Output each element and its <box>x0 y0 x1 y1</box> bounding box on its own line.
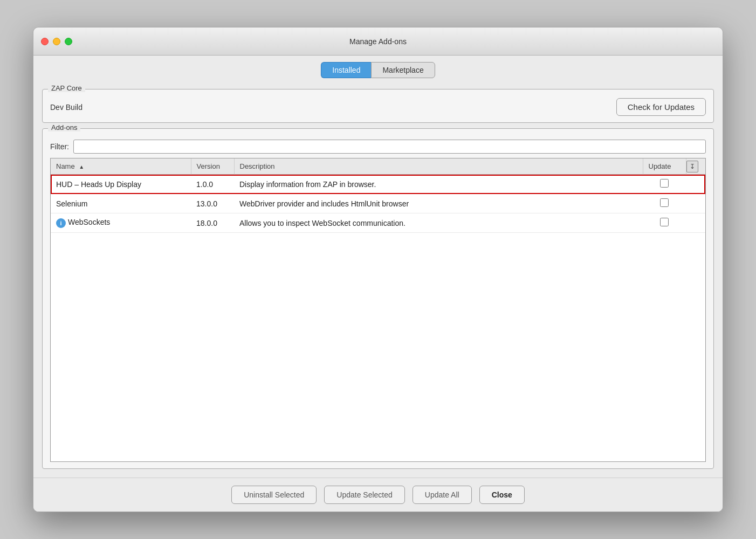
table-row[interactable]: HUD – Heads Up Display 1.0.0 Display inf… <box>51 175 705 194</box>
cell-update <box>643 194 686 213</box>
update-all-button[interactable]: Update All <box>413 486 472 504</box>
filter-input[interactable] <box>73 140 706 154</box>
col-header-update[interactable]: Update <box>643 158 686 175</box>
content-area: ZAP Core Dev Build Check for Updates Add… <box>33 85 723 478</box>
addons-label: Add-ons <box>48 123 80 132</box>
table-row[interactable]: Selenium 13.0.0 WebDriver provider and i… <box>51 194 705 213</box>
cell-name: HUD – Heads Up Display <box>51 175 191 194</box>
addons-section: Add-ons Filter: Name ▲ <box>42 128 714 469</box>
manage-addons-window: Manage Add-ons Installed Marketplace ZAP… <box>33 27 723 512</box>
update-checkbox[interactable] <box>660 179 669 188</box>
cell-update <box>643 213 686 233</box>
cell-name: Selenium <box>51 194 191 213</box>
col-header-description[interactable]: Description <box>234 158 643 175</box>
zap-core-label: ZAP Core <box>48 84 85 92</box>
tab-bar: Installed Marketplace <box>33 56 723 85</box>
cell-description: Allows you to inspect WebSocket communic… <box>234 213 643 233</box>
zap-core-content: Dev Build Check for Updates <box>50 96 706 116</box>
cell-extra <box>686 213 705 233</box>
table-row[interactable]: iWebSockets 18.0.0 Allows you to inspect… <box>51 213 705 233</box>
info-icon: i <box>56 218 66 228</box>
zap-core-section: ZAP Core Dev Build Check for Updates <box>42 89 714 123</box>
addons-table-container: Name ▲ Version Description <box>50 158 706 462</box>
addons-tbody: HUD – Heads Up Display 1.0.0 Display inf… <box>51 175 705 233</box>
update-checkbox[interactable] <box>660 218 669 226</box>
cell-description: Display information from ZAP in browser. <box>234 175 643 194</box>
dev-build-label: Dev Build <box>50 103 83 112</box>
cell-name: iWebSockets <box>51 213 191 233</box>
check-for-updates-button[interactable]: Check for Updates <box>616 98 706 116</box>
bottom-bar: Uninstall Selected Update Selected Updat… <box>33 478 723 512</box>
title-bar: Manage Add-ons <box>33 27 723 56</box>
cell-extra <box>686 194 705 213</box>
addons-table: Name ▲ Version Description <box>51 158 705 233</box>
col-header-name[interactable]: Name ▲ <box>51 158 191 175</box>
filter-label: Filter: <box>50 142 69 151</box>
col-header-version[interactable]: Version <box>191 158 234 175</box>
sort-arrow-name: ▲ <box>79 164 84 170</box>
cell-version: 1.0.0 <box>191 175 234 194</box>
tab-installed[interactable]: Installed <box>321 62 371 78</box>
close-window-button[interactable] <box>41 38 49 45</box>
update-selected-button[interactable]: Update Selected <box>324 486 405 504</box>
addons-content: Filter: Name ▲ Ve <box>50 135 706 462</box>
col-header-extra: ↧ <box>686 158 705 175</box>
maximize-window-button[interactable] <box>65 38 72 45</box>
close-button[interactable]: Close <box>479 486 525 504</box>
filter-row: Filter: <box>50 137 706 154</box>
uninstall-selected-button[interactable]: Uninstall Selected <box>231 486 317 504</box>
traffic-lights <box>41 38 72 45</box>
cell-version: 18.0.0 <box>191 213 234 233</box>
cell-description: WebDriver provider and includes HtmlUnit… <box>234 194 643 213</box>
tab-marketplace[interactable]: Marketplace <box>371 62 435 78</box>
cell-extra <box>686 175 705 194</box>
export-icon[interactable]: ↧ <box>686 161 698 172</box>
window-title: Manage Add-ons <box>349 37 407 46</box>
cell-version: 13.0.0 <box>191 194 234 213</box>
table-header-row: Name ▲ Version Description <box>51 158 705 175</box>
update-checkbox[interactable] <box>660 198 669 207</box>
minimize-window-button[interactable] <box>53 38 60 45</box>
cell-update <box>643 175 686 194</box>
